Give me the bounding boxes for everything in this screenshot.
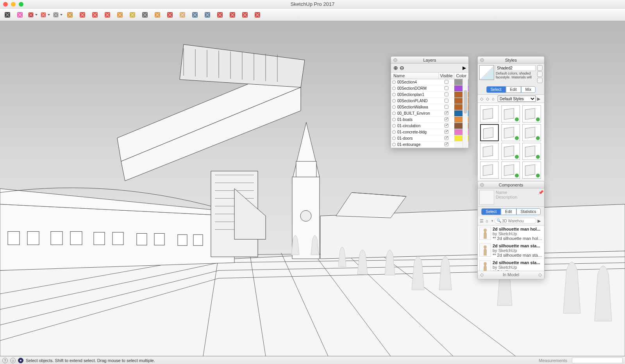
panel-close-icon[interactable] xyxy=(480,183,484,187)
nav-menu-icon[interactable]: ▶ xyxy=(538,218,542,223)
next-page-icon[interactable]: ◇ xyxy=(538,272,542,277)
layers-panel-header[interactable]: Layers xyxy=(391,57,468,64)
nav-fwd-icon[interactable]: ◇ xyxy=(486,96,491,101)
window-close-button[interactable] xyxy=(3,2,8,7)
component-item[interactable]: 2d silhouette man hol...by SketchUp** 2d… xyxy=(478,226,544,242)
add-layer-button[interactable]: ⊕ xyxy=(393,65,398,71)
layer-row[interactable]: 01-circulation xyxy=(391,123,468,129)
layer-visible-checkbox[interactable] xyxy=(439,86,454,91)
layers-menu-button[interactable]: ▶ xyxy=(462,65,466,71)
layer-active-radio[interactable] xyxy=(391,112,396,115)
layer-active-radio[interactable] xyxy=(391,80,396,84)
styles-tab-select[interactable]: Select xyxy=(486,86,506,93)
remove-layer-button[interactable]: ⊖ xyxy=(400,65,404,71)
text-tool[interactable] xyxy=(140,10,150,20)
layer-row[interactable]: 01-entourage xyxy=(391,142,468,148)
layer-active-radio[interactable] xyxy=(391,87,396,90)
layer-active-radio[interactable] xyxy=(391,99,396,103)
nav-back-icon[interactable]: ◇ xyxy=(480,96,485,101)
style-name-input[interactable] xyxy=(496,65,536,71)
style-refresh-button[interactable] xyxy=(537,78,543,83)
components-panel[interactable]: Components Name Description 📌 SelectEdit… xyxy=(477,181,545,279)
styles-tab-mix[interactable]: Mix xyxy=(521,86,536,93)
3d-warehouse-tool[interactable] xyxy=(215,10,225,20)
view-toggle-icon[interactable]: ☰ xyxy=(480,218,484,223)
layer-visible-checkbox[interactable] xyxy=(439,124,454,128)
style-thumbnail[interactable] xyxy=(501,105,520,123)
prev-page-icon[interactable]: ◇ xyxy=(480,272,484,277)
layer-row[interactable]: 01-doors xyxy=(391,135,468,142)
window-minimize-button[interactable] xyxy=(11,2,16,7)
orbit-tool[interactable] xyxy=(165,10,175,20)
layers-scrollbar[interactable] xyxy=(462,78,468,147)
layer-name[interactable]: 00_BUILT_Environ xyxy=(396,111,439,115)
arc-tool[interactable] xyxy=(40,10,50,20)
panel-close-icon[interactable] xyxy=(393,58,397,62)
layer-active-radio[interactable] xyxy=(391,137,396,140)
layer-name[interactable]: 00Section4 xyxy=(396,80,439,84)
layout-tool[interactable] xyxy=(240,10,250,20)
style-thumbnail[interactable] xyxy=(480,162,499,179)
extension-warehouse-tool[interactable] xyxy=(227,10,238,20)
user-icon[interactable]: ☺ xyxy=(10,358,16,363)
nav-home-icon[interactable]: ⌂ xyxy=(492,96,496,101)
zoom-tool[interactable] xyxy=(190,10,200,20)
layer-active-radio[interactable] xyxy=(391,93,396,96)
layer-active-radio[interactable] xyxy=(391,143,396,146)
components-footer[interactable]: ◇ In Model ◇ xyxy=(478,271,544,278)
layer-visible-checkbox[interactable] xyxy=(439,80,454,85)
style-thumbnail[interactable] xyxy=(501,124,520,141)
layer-visible-checkbox[interactable] xyxy=(439,92,454,97)
style-thumbnail[interactable] xyxy=(522,124,541,141)
measurements-input[interactable] xyxy=(572,357,623,363)
layer-visible-checkbox[interactable] xyxy=(439,105,454,110)
component-item[interactable]: 2d silhouette man sta...by SketchUp** 2d… xyxy=(478,259,544,271)
help-icon[interactable]: ? xyxy=(2,358,8,363)
components-tab-edit[interactable]: Edit xyxy=(501,208,516,215)
move-tool[interactable] xyxy=(90,10,100,20)
layers-column-headers[interactable]: Name Visible Color xyxy=(391,73,468,79)
component-pin-icon[interactable]: 📌 xyxy=(538,190,543,195)
ruby-tool[interactable] xyxy=(252,10,262,20)
col-color[interactable]: Color xyxy=(454,73,468,79)
style-create-button[interactable] xyxy=(537,65,543,71)
layer-row[interactable]: 00_BUILT_Environ xyxy=(391,110,468,117)
style-thumbnail[interactable] xyxy=(522,162,541,179)
layer-name[interactable]: 01-boats xyxy=(396,117,439,122)
nav-home-icon[interactable]: ⌂ xyxy=(486,218,490,223)
layer-visible-checkbox[interactable] xyxy=(439,99,454,103)
layer-active-radio[interactable] xyxy=(391,124,396,128)
layer-name[interactable]: 00SectionDORM xyxy=(396,86,439,91)
scale-tool[interactable] xyxy=(115,10,125,20)
style-thumbnail[interactable] xyxy=(501,162,520,179)
style-thumbnail[interactable] xyxy=(480,124,499,141)
style-thumbnail[interactable] xyxy=(480,105,499,123)
style-preview-thumb[interactable] xyxy=(479,65,494,80)
line-tool[interactable] xyxy=(27,10,38,20)
styles-panel[interactable]: Styles Default colors, shaded facestyle.… xyxy=(477,56,545,177)
select-tool[interactable] xyxy=(2,10,12,20)
layer-name[interactable]: 00SectionPLAND xyxy=(396,99,439,103)
layer-visible-checkbox[interactable] xyxy=(439,117,454,122)
tape-measure-tool[interactable] xyxy=(127,10,138,20)
layer-name[interactable]: 01-doors xyxy=(396,136,439,140)
3d-viewport[interactable]: Layers ⊕ ⊖ ▶ Name Visible Color 00Sectio… xyxy=(0,21,625,356)
layer-name[interactable]: 01-circulation xyxy=(396,124,439,128)
eraser-tool[interactable] xyxy=(15,10,25,20)
style-thumbnail[interactable] xyxy=(501,143,520,160)
style-collection-select[interactable]: Default Styles xyxy=(498,96,536,102)
styles-tab-edit[interactable]: Edit xyxy=(506,86,521,93)
layer-name[interactable]: 01-concrete-bldg xyxy=(396,130,439,134)
rotate-tool[interactable] xyxy=(102,10,112,20)
style-thumbnail[interactable] xyxy=(522,105,541,123)
layer-active-radio[interactable] xyxy=(391,118,396,121)
layer-row[interactable]: 00SectionWalkwa xyxy=(391,104,468,110)
layer-row[interactable]: 00Section4 xyxy=(391,79,468,85)
nav-menu-icon[interactable]: ▶ xyxy=(537,96,542,101)
style-update-button[interactable] xyxy=(537,71,543,77)
push-pull-tool[interactable] xyxy=(65,10,75,20)
layer-visible-checkbox[interactable] xyxy=(439,111,454,116)
layer-name[interactable]: 00SectionWalkwa xyxy=(396,105,439,109)
paint-bucket-tool[interactable] xyxy=(152,10,162,20)
layer-row[interactable]: 00Sectionplan1 xyxy=(391,92,468,98)
